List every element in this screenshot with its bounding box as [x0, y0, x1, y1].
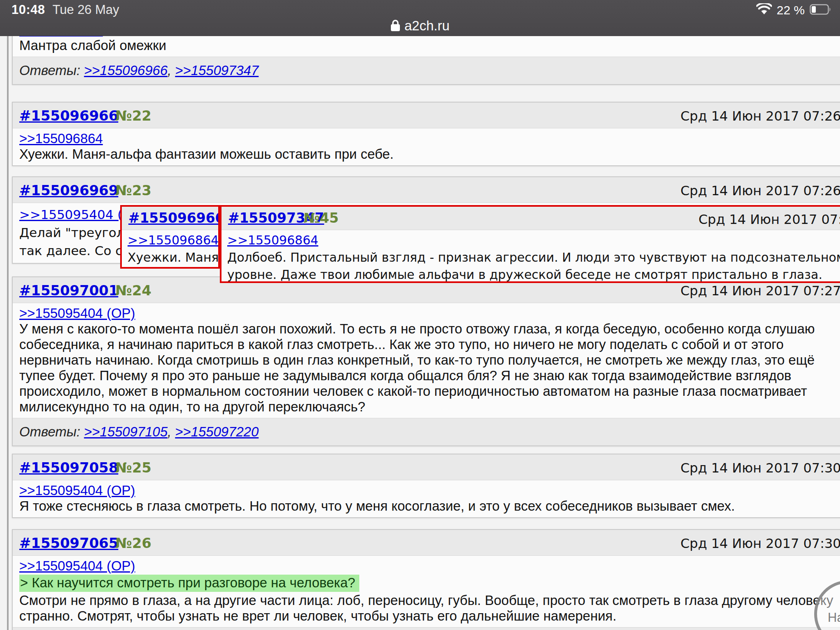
separator: , — [168, 424, 171, 439]
post-header: #155097058 №25 Срд 14 Июн 2017 07:30:3 — [13, 454, 840, 480]
reply-backlink[interactable]: >>155097105 — [84, 424, 168, 439]
post-text: У меня с какого-то момента пошёл загон п… — [19, 321, 840, 415]
post-header: #155097065 №26 Срд 14 Июн 2017 07:30:5 — [13, 530, 840, 556]
post-22: #155096966 №22 Срд 14 Июн 2017 07:26:1 >… — [12, 102, 840, 166]
clock-time: 10:48 — [11, 2, 45, 17]
post-id-link[interactable]: #155096969 — [19, 182, 118, 199]
lock-icon — [390, 19, 400, 35]
post-id-link[interactable]: #155096966 — [19, 107, 118, 124]
post-id-link[interactable]: #155096966 — [128, 210, 220, 226]
post-preview-popup-small: #155096966 >>155096864 Хуежки. Маня- — [120, 205, 220, 269]
post-id-link[interactable]: #155097001 — [19, 282, 118, 299]
popup-text: Хуежки. Маня- — [128, 249, 212, 266]
replies-label: Ответы: — [19, 424, 80, 439]
post-text: Смотри не прямо в глаза, а на другие час… — [19, 593, 840, 624]
post-ordinal: №22 — [115, 107, 151, 124]
post-replies: Ответы: >>155097105, >>155097220 — [13, 418, 840, 445]
post-text: Хуежки. Маня-альфа фантазии можешь остав… — [19, 146, 840, 162]
clock-date: Tue 26 May — [52, 2, 119, 17]
back-to-top-label: Наверх — [828, 610, 840, 625]
post-date: Срд 14 Июн 2017 07:30:3 — [680, 460, 840, 476]
reply-backlink[interactable]: >>155096966 — [84, 63, 168, 78]
post-header: #155096969 №23 Срд 14 Июн 2017 07:26:2 — [13, 177, 840, 203]
reply-to-link[interactable]: >>155096864 — [128, 233, 219, 247]
status-indicators: 22 % — [756, 3, 831, 17]
greentext-quote: > Как научится смотреть при разговоре на… — [19, 575, 359, 592]
post-date: Срд 14 Июн 2017 07:26:2 — [680, 183, 840, 199]
post-text: Мантра слабой омежки — [19, 38, 840, 53]
safari-status-bar: 10:48 Tue 26 May 22 % — [0, 0, 840, 36]
thread-left-border — [7, 36, 9, 630]
replies-label: Ответы: — [19, 63, 80, 78]
battery-icon — [810, 4, 831, 16]
post-date: Срд 14 Июн 2017 07:27:5 — [680, 283, 840, 299]
post-24: #155097001 №24 Срд 14 Июн 2017 07:27:5 >… — [12, 276, 840, 446]
battery-percent: 22 % — [777, 3, 805, 17]
wifi-icon — [756, 3, 772, 17]
post-ordinal: №24 — [115, 282, 151, 299]
post-text: Я тоже стесняюсь в глаза смотреть. Но по… — [19, 498, 840, 514]
up-arrow-icon — [834, 587, 840, 610]
post-id-link[interactable]: #155097058 — [19, 459, 118, 476]
site-url: a2ch.ru — [404, 18, 450, 33]
separator: , — [168, 63, 171, 78]
reply-to-link[interactable]: >>155095404 (OP) — [19, 306, 135, 321]
post-id-link[interactable]: #155097065 — [19, 535, 118, 551]
popup-header: #155096966 — [122, 207, 218, 230]
popup-text: Долбоеб. Пристальный взгляд - признак аг… — [227, 249, 840, 283]
reply-to-link[interactable]: >>155095404 (О — [19, 207, 132, 222]
reply-to-link[interactable]: >>155095404 (OP) — [19, 558, 135, 573]
post-ordinal: №25 — [115, 459, 151, 476]
post-replies: Ответы: >>155096966, >>155097347 — [13, 57, 840, 84]
post-preview-popup-large: #155097347 №45 Срд 14 Июн 2017 07:4 >>15… — [220, 205, 840, 283]
reply-to-link[interactable]: >>155095404 (OP) — [19, 483, 135, 498]
popup-header: #155097347 №45 Срд 14 Июн 2017 07:4 — [221, 207, 840, 230]
post-date: Срд 14 Июн 2017 07:30:5 — [680, 536, 840, 551]
post-date: Срд 14 Июн 2017 07:26:1 — [680, 108, 840, 124]
browser-screen: 10:48 Tue 26 May 22 % — [0, 0, 840, 630]
reply-to-link[interactable]: >>155096864 — [19, 131, 103, 146]
post-date: Срд 14 Июн 2017 07:4 — [698, 212, 840, 227]
post-ordinal: №45 — [304, 210, 339, 226]
post-25: #155097058 №25 Срд 14 Июн 2017 07:30:3 >… — [12, 454, 840, 518]
post-replies: Ответы: >>155097204 — [13, 627, 840, 630]
reply-backlink[interactable]: >>155097220 — [175, 424, 259, 439]
post-ordinal: №26 — [115, 535, 151, 551]
reply-backlink[interactable]: >>155097347 — [175, 63, 259, 78]
post-26: #155097065 №26 Срд 14 Июн 2017 07:30:5 >… — [12, 529, 840, 630]
post-header: #155096966 №22 Срд 14 Июн 2017 07:26:1 — [13, 103, 840, 128]
post-ordinal: №23 — [115, 182, 151, 199]
address-bar[interactable]: a2ch.ru — [0, 18, 840, 35]
reply-to-link[interactable]: >>155096864 — [227, 233, 318, 247]
